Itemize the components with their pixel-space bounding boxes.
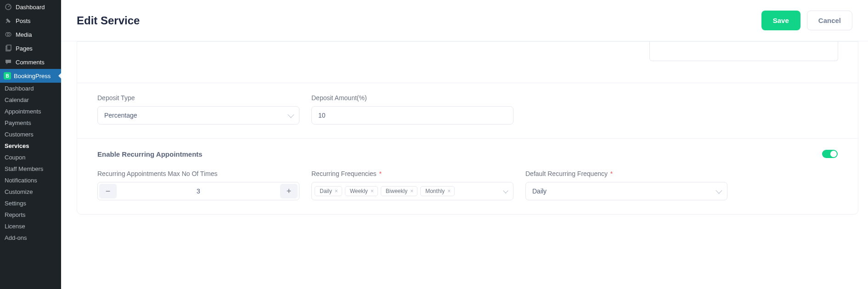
submenu-settings[interactable]: Settings	[0, 198, 61, 209]
recurring-frequencies-label: Recurring Frequencies *	[311, 170, 513, 177]
bookingpress-icon: B	[4, 72, 11, 79]
wp-menu-dashboard[interactable]: Dashboard	[0, 0, 61, 14]
wp-menu-label: Pages	[16, 45, 33, 52]
tag-label: Weekly	[350, 188, 368, 194]
label-text: Default Recurring Frequency	[525, 170, 608, 177]
submenu-reports[interactable]: Reports	[0, 209, 61, 221]
recurring-max-stepper: − 3 +	[97, 182, 299, 200]
default-frequency-value: Daily	[532, 187, 547, 195]
pages-icon	[4, 45, 13, 52]
save-button[interactable]: Save	[761, 11, 800, 30]
wp-menu-media[interactable]: Media	[0, 28, 61, 41]
submenu-appointments[interactable]: Appointments	[0, 106, 61, 117]
enable-recurring-label: Enable Recurring Appointments	[97, 150, 203, 158]
page-title: Edit Service	[77, 14, 140, 27]
tag-label: Monthly	[425, 188, 445, 194]
deposit-type-label: Deposit Type	[97, 94, 299, 102]
default-frequency-field: Default Recurring Frequency * Daily	[525, 170, 727, 200]
dashboard-icon	[4, 3, 13, 11]
deposit-type-select[interactable]: Percentage	[97, 106, 299, 125]
cancel-button[interactable]: Cancel	[807, 11, 852, 30]
required-asterisk: *	[378, 170, 382, 177]
chevron-down-icon	[503, 188, 508, 193]
wp-menu-label: Dashboard	[16, 4, 45, 11]
wp-menu-bookingpress[interactable]: B BookingPress	[0, 69, 61, 83]
pin-icon	[4, 17, 13, 24]
bookingpress-submenu: Dashboard Calendar Appointments Payments…	[0, 83, 61, 244]
tag-remove-icon[interactable]: ×	[335, 188, 338, 194]
submenu-add-ons[interactable]: Add-ons	[0, 232, 61, 244]
page-header: Edit Service Save Cancel	[61, 0, 868, 41]
deposit-section: Deposit Type Percentage Deposit Amount(%…	[77, 83, 858, 139]
submenu-customize[interactable]: Customize	[0, 186, 61, 198]
stepper-decrement-button[interactable]: −	[99, 184, 117, 198]
submenu-staff-members[interactable]: Staff Members	[0, 163, 61, 175]
chevron-down-icon	[287, 112, 294, 118]
recurring-max-label: Recurring Appointments Max No Of Times	[97, 170, 299, 177]
frequency-tag: Daily×	[315, 186, 342, 196]
wp-menu-pages[interactable]: Pages	[0, 41, 61, 55]
submenu-dashboard[interactable]: Dashboard	[0, 83, 61, 94]
deposit-amount-value: 10	[318, 112, 326, 119]
required-asterisk: *	[609, 170, 613, 177]
recurring-frequencies-field: Recurring Frequencies * Daily× Weekly× B…	[311, 170, 513, 200]
svg-rect-4	[7, 45, 11, 50]
wp-menu-label: Media	[16, 31, 32, 38]
submenu-coupon[interactable]: Coupon	[0, 152, 61, 163]
recurring-frequencies-select[interactable]: Daily× Weekly× Biweekly× Monthly×	[311, 182, 513, 200]
submenu-license[interactable]: License	[0, 221, 61, 232]
tag-label: Biweekly	[386, 188, 407, 194]
recurring-max-field: Recurring Appointments Max No Of Times −…	[97, 170, 299, 200]
prior-section-residual	[77, 42, 858, 83]
frequency-tag: Biweekly×	[381, 186, 417, 196]
toggle-knob	[830, 151, 837, 157]
header-actions: Save Cancel	[761, 11, 852, 30]
description-textarea-bottom[interactable]	[649, 39, 838, 61]
submenu-notifications[interactable]: Notifications	[0, 175, 61, 186]
frequency-tag: Weekly×	[345, 186, 378, 196]
tag-remove-icon[interactable]: ×	[410, 188, 413, 194]
deposit-type-value: Percentage	[104, 112, 137, 119]
deposit-amount-field: Deposit Amount(%) 10	[311, 94, 513, 125]
deposit-amount-label: Deposit Amount(%)	[311, 94, 513, 102]
deposit-amount-input[interactable]: 10	[311, 106, 513, 125]
tag-remove-icon[interactable]: ×	[371, 188, 374, 194]
media-icon	[4, 31, 13, 38]
submenu-customers[interactable]: Customers	[0, 129, 61, 140]
submenu-services[interactable]: Services	[0, 140, 61, 152]
stepper-increment-button[interactable]: +	[280, 184, 298, 198]
default-frequency-select[interactable]: Daily	[525, 182, 727, 200]
wp-admin-sidebar: Dashboard Posts Media Pages Comments B B…	[0, 0, 61, 289]
wp-menu-label: Comments	[16, 59, 45, 66]
frequency-tag: Monthly×	[420, 186, 455, 196]
submenu-calendar[interactable]: Calendar	[0, 94, 61, 106]
content-area: Edit Service Save Cancel Deposit Type Pe…	[61, 0, 868, 289]
enable-recurring-toggle[interactable]	[822, 150, 838, 158]
submenu-payments[interactable]: Payments	[0, 117, 61, 129]
service-form-card: Deposit Type Percentage Deposit Amount(%…	[77, 41, 858, 215]
default-frequency-label: Default Recurring Frequency *	[525, 170, 727, 177]
deposit-type-field: Deposit Type Percentage	[97, 94, 299, 125]
comment-icon	[4, 58, 13, 66]
label-text: Recurring Frequencies	[311, 170, 377, 177]
wp-menu-posts[interactable]: Posts	[0, 14, 61, 28]
wp-menu-label: BookingPress	[14, 73, 51, 79]
recurring-max-value[interactable]: 3	[118, 182, 279, 200]
recurring-section: Enable Recurring Appointments Recurring …	[77, 139, 858, 214]
chevron-down-icon	[716, 187, 722, 194]
wp-menu-comments[interactable]: Comments	[0, 55, 61, 69]
tag-label: Daily	[320, 188, 332, 194]
tag-remove-icon[interactable]: ×	[447, 188, 451, 194]
wp-menu-label: Posts	[16, 17, 31, 24]
